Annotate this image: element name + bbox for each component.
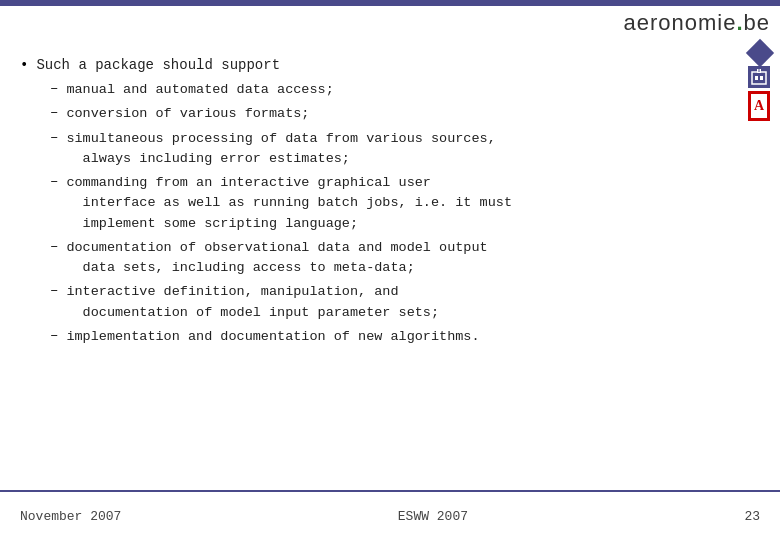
svg-rect-1 <box>755 76 758 80</box>
A-icon: A <box>748 91 770 121</box>
dash-icon: – <box>50 104 58 120</box>
sub-item-text-1: manual and automated data access; <box>66 80 333 100</box>
top-bar <box>0 0 780 6</box>
sub-item-text-3: simultaneous processing of data from var… <box>66 129 495 170</box>
svg-rect-2 <box>760 76 763 80</box>
sub-item-text-2: conversion of various formats; <box>66 104 309 124</box>
list-item: – documentation of observational data an… <box>50 238 710 279</box>
logo-icons: A <box>748 43 770 121</box>
footer: November 2007 ESWW 2007 23 <box>0 490 780 540</box>
sub-item-text-4: commanding from an interactive graphical… <box>66 173 512 234</box>
diamond-icon <box>746 39 774 67</box>
bullet-dot: • <box>20 57 28 73</box>
building-icon <box>748 66 770 88</box>
sub-item-text-6: interactive definition, manipulation, an… <box>66 282 439 323</box>
list-item: – implementation and documentation of ne… <box>50 327 710 347</box>
list-item: – manual and automated data access; <box>50 80 710 100</box>
footer-date: November 2007 <box>20 509 121 524</box>
list-item: – simultaneous processing of data from v… <box>50 129 710 170</box>
dash-icon: – <box>50 282 58 298</box>
footer-event: ESWW 2007 <box>398 509 468 524</box>
dash-icon: – <box>50 238 58 254</box>
main-bullet: • Such a package should support <box>20 55 710 76</box>
dash-icon: – <box>50 129 58 145</box>
sub-item-text-7: implementation and documentation of new … <box>66 327 479 347</box>
footer-page-number: 23 <box>744 509 760 524</box>
sub-item-text-5: documentation of observational data and … <box>66 238 487 279</box>
list-item: – interactive definition, manipulation, … <box>50 282 710 323</box>
logo-text: aeronomie.be <box>623 10 770 36</box>
list-item: – conversion of various formats; <box>50 104 710 124</box>
main-bullet-text: Such a package should support <box>36 55 280 76</box>
list-item: – commanding from an interactive graphic… <box>50 173 710 234</box>
dash-icon: – <box>50 80 58 96</box>
main-content: • Such a package should support – manual… <box>20 55 710 480</box>
dash-icon: – <box>50 173 58 189</box>
dash-icon: – <box>50 327 58 343</box>
svg-rect-0 <box>752 72 766 84</box>
sub-items-list: – manual and automated data access; – co… <box>50 80 710 347</box>
